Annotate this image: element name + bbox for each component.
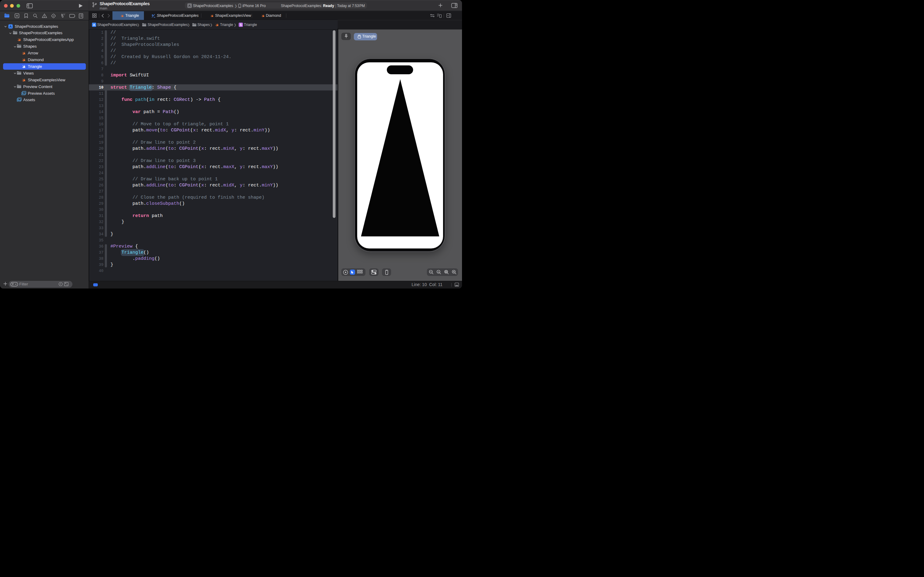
svg-text:1: 1 xyxy=(438,271,439,273)
